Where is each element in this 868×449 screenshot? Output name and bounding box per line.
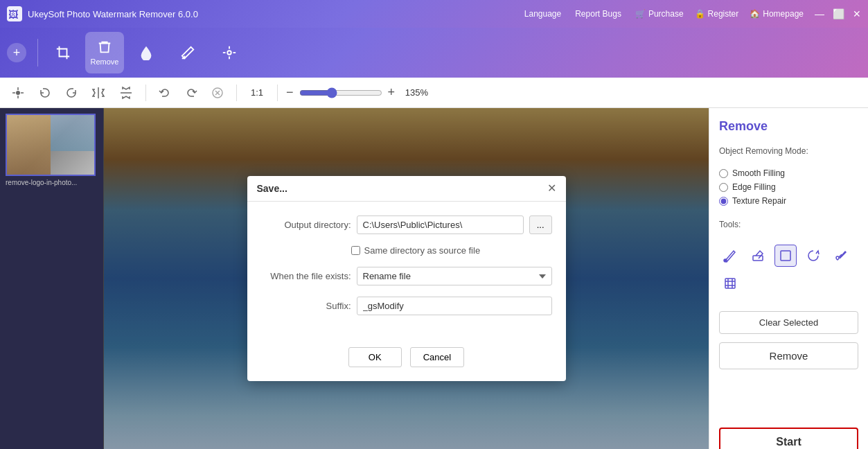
brush-tool-btn[interactable] bbox=[168, 32, 207, 73]
thumbnail-item[interactable]: remove-logo-in-photo... bbox=[0, 108, 103, 192]
flip-v-icon[interactable] bbox=[115, 83, 137, 103]
same-dir-label: Same directory as source file bbox=[364, 245, 481, 256]
when-file-exists-select[interactable]: Rename file bbox=[357, 267, 552, 285]
edge-filling-label: Edge Filling bbox=[732, 182, 776, 192]
dialog-body: Output directory: ... Same directory as … bbox=[247, 202, 566, 340]
save-dialog: Save... ✕ Output directory: ... Same dir… bbox=[247, 176, 566, 381]
edit-bar-sep1 bbox=[145, 85, 146, 101]
app-logo: 🖼 bbox=[7, 6, 22, 21]
register-btn[interactable]: 🔒 Register bbox=[695, 9, 739, 19]
smooth-filling-radio[interactable] bbox=[719, 169, 728, 178]
suffix-row: Suffix: bbox=[261, 297, 552, 315]
tools-label: Tools: bbox=[719, 220, 858, 229]
output-dir-input[interactable] bbox=[357, 215, 524, 234]
titlebar-actions: 🛒 Purchase 🔒 Register 🏠 Homepage bbox=[635, 9, 804, 19]
dialog-overlay: Save... ✕ Output directory: ... Same dir… bbox=[104, 108, 709, 449]
suffix-input[interactable] bbox=[357, 297, 552, 315]
undo-btn[interactable] bbox=[154, 84, 175, 102]
suffix-label: Suffix: bbox=[261, 301, 351, 311]
when-file-exists-row: When the file exists: Rename file bbox=[261, 267, 552, 285]
rotate-cw-icon[interactable] bbox=[61, 84, 82, 102]
home-icon: 🏠 bbox=[750, 9, 760, 19]
crop-tool-btn[interactable] bbox=[44, 32, 82, 73]
toolbar: + Remove bbox=[0, 28, 868, 78]
cancel-action-btn[interactable] bbox=[207, 84, 228, 102]
texture-icon[interactable] bbox=[719, 272, 741, 294]
main-content: remove-logo-in-photo... Save... ✕ Output… bbox=[0, 108, 868, 449]
move-icon[interactable] bbox=[7, 83, 29, 103]
tools-row bbox=[719, 245, 858, 294]
rotate-ccw-icon[interactable] bbox=[35, 84, 55, 102]
when-file-exists-label: When the file exists: bbox=[261, 271, 351, 281]
canvas-area[interactable]: Save... ✕ Output directory: ... Same dir… bbox=[104, 108, 709, 449]
svg-point-6 bbox=[227, 51, 231, 55]
language-btn[interactable]: Language bbox=[524, 9, 561, 19]
remove-btn[interactable]: Remove bbox=[719, 342, 858, 369]
titlebar: 🖼 UkeySoft Photo Watermark Remover 6.0.0… bbox=[0, 0, 868, 28]
brush-icon[interactable] bbox=[719, 245, 741, 267]
edit-bar: 1:1 − + 135% bbox=[0, 78, 868, 108]
drop-tool-btn[interactable] bbox=[127, 32, 166, 73]
picker-tool-btn[interactable] bbox=[210, 32, 249, 73]
edge-filling-radio[interactable] bbox=[719, 183, 728, 192]
zoom-ratio: 1:1 bbox=[251, 87, 263, 98]
titlebar-nav: Language Report Bugs bbox=[524, 9, 621, 19]
lasso-icon[interactable] bbox=[802, 245, 824, 267]
lock-icon: 🔒 bbox=[695, 9, 705, 19]
start-btn[interactable]: Start bbox=[719, 428, 858, 449]
ok-btn[interactable]: OK bbox=[348, 347, 402, 367]
left-panel: remove-logo-in-photo... bbox=[0, 108, 104, 449]
texture-repair-option[interactable]: Texture Repair bbox=[719, 196, 858, 206]
texture-repair-radio[interactable] bbox=[719, 197, 728, 206]
dialog-footer: OK Cancel bbox=[247, 340, 566, 381]
dialog-title: Save... bbox=[257, 183, 287, 194]
texture-repair-label: Texture Repair bbox=[732, 196, 786, 206]
cart-icon: 🛒 bbox=[635, 9, 646, 19]
maximize-btn[interactable]: ⬜ bbox=[833, 8, 844, 19]
mode-radio-group: Smooth Filling Edge Filling Texture Repa… bbox=[719, 168, 858, 206]
zoom-in-btn[interactable]: + bbox=[388, 85, 396, 100]
eraser-icon[interactable] bbox=[747, 245, 769, 267]
redo-btn[interactable] bbox=[181, 84, 202, 102]
report-bugs-btn[interactable]: Report Bugs bbox=[575, 9, 621, 19]
clear-selected-btn[interactable]: Clear Selected bbox=[719, 311, 858, 334]
bucket-icon[interactable] bbox=[830, 245, 852, 267]
zoom-percent: 135% bbox=[400, 87, 428, 98]
win-controls: — ⬜ ✕ bbox=[815, 8, 861, 19]
smooth-filling-option[interactable]: Smooth Filling bbox=[719, 168, 858, 178]
app-title: UkeySoft Photo Watermark Remover 6.0.0 bbox=[28, 9, 524, 19]
homepage-btn[interactable]: 🏠 Homepage bbox=[750, 9, 804, 19]
remove-tool-btn[interactable]: Remove bbox=[85, 32, 124, 73]
flip-h-icon[interactable] bbox=[87, 83, 109, 103]
edit-bar-sep3 bbox=[277, 85, 278, 101]
close-btn[interactable]: ✕ bbox=[853, 8, 861, 19]
output-dir-row: Output directory: ... bbox=[261, 215, 552, 234]
right-panel: Remove Object Removing Mode: Smooth Fill… bbox=[709, 108, 868, 449]
svg-rect-12 bbox=[753, 256, 763, 261]
svg-point-7 bbox=[16, 91, 20, 95]
add-file-btn[interactable]: + bbox=[7, 43, 26, 62]
browse-btn[interactable]: ... bbox=[529, 215, 552, 234]
object-removing-mode-label: Object Removing Mode: bbox=[719, 146, 858, 156]
edit-bar-sep2 bbox=[236, 85, 237, 101]
dialog-header: Save... ✕ bbox=[247, 176, 566, 202]
remove-tool-label: Remove bbox=[91, 58, 119, 66]
rectangle-icon[interactable] bbox=[774, 245, 797, 267]
thumbnail-image bbox=[6, 114, 96, 176]
zoom-slider[interactable] bbox=[299, 87, 382, 98]
same-dir-row: Same directory as source file bbox=[351, 245, 552, 256]
dialog-close-btn[interactable]: ✕ bbox=[547, 183, 556, 194]
svg-rect-13 bbox=[781, 251, 790, 261]
same-dir-checkbox[interactable] bbox=[351, 246, 360, 255]
cancel-btn[interactable]: Cancel bbox=[410, 347, 464, 367]
edge-filling-option[interactable]: Edge Filling bbox=[719, 182, 858, 192]
thumbnail-label: remove-logo-in-photo... bbox=[6, 179, 98, 186]
output-dir-label: Output directory: bbox=[261, 220, 351, 230]
svg-rect-19 bbox=[725, 279, 735, 288]
minimize-btn[interactable]: — bbox=[815, 8, 824, 19]
toolbar-separator bbox=[37, 39, 38, 67]
zoom-out-btn[interactable]: − bbox=[286, 85, 294, 100]
right-panel-title: Remove bbox=[719, 119, 858, 134]
svg-point-11 bbox=[724, 259, 727, 262]
purchase-btn[interactable]: 🛒 Purchase bbox=[635, 9, 684, 19]
